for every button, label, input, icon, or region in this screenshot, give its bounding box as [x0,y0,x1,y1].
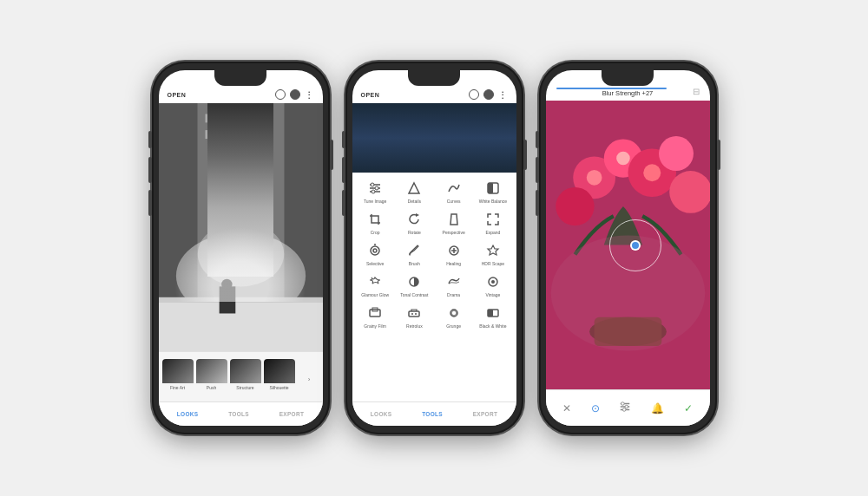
svg-rect-4 [214,103,267,276]
perspective-icon [445,211,463,228]
tool-curves[interactable]: Curves [438,179,470,204]
tonal-contrast-label: Tonal Contrast [400,292,428,297]
expand-icon [484,211,502,228]
nav-export-1[interactable]: EXPORT [279,411,305,417]
tool-expand[interactable]: Expand [477,211,509,235]
filter-fine-art[interactable]: Fine Art [162,359,194,395]
settings-icon-1[interactable] [290,89,300,100]
svg-marker-36 [488,245,498,255]
nav-tools-1[interactable]: TOOLS [228,411,249,417]
phone-1-screen: OPEN ⋮ [159,70,323,426]
mute-button [148,190,152,216]
glamour-glow-icon [366,273,384,290]
tool-black-white[interactable]: Black & White [477,304,509,329]
volume-down-button [148,157,152,183]
hdr-scape-icon [484,242,502,259]
svg-rect-13 [227,114,233,122]
svg-rect-2 [284,103,323,319]
tool-retrolux[interactable]: Retrolux [398,304,430,329]
notch-3 [602,70,654,86]
brush-icon [405,242,423,259]
nav-tools-2[interactable]: TOOLS [422,411,443,417]
nav-looks-1[interactable]: LOOKS [177,411,199,417]
share-icon-2[interactable] [469,89,479,100]
svg-marker-29 [450,214,457,225]
adjust-icon[interactable] [619,401,631,415]
tool-grunge[interactable]: Grunge [438,304,470,329]
details-icon [405,179,423,197]
grunge-label: Grunge [446,323,461,329]
expand-label: Expand [485,230,500,235]
phone-3-screen: Blur Strength +27 ⊟ [546,70,710,426]
split-view-icon[interactable]: ⊟ [693,87,700,96]
nav-looks-2[interactable]: LOOKS [371,411,392,417]
filter-structure[interactable]: Structure [230,359,261,395]
grainy-film-icon [366,304,384,322]
svg-point-24 [372,190,375,193]
mute-button-3 [536,190,539,216]
vintage-icon [484,273,502,290]
radial-filter-icon[interactable]: ⊙ [591,402,600,414]
tool-healing[interactable]: Healing [438,242,470,266]
svg-point-52 [659,136,694,171]
tool-tune-image[interactable]: Tune Image [359,179,391,204]
tool-rotate[interactable]: Rotate [398,211,430,235]
tool-vintage[interactable]: Vintage [477,273,509,297]
drama-label: Drama [447,292,460,297]
phone-3: Blur Strength +27 ⊟ [539,62,717,434]
tool-selective[interactable]: Selective [359,242,391,266]
filter-more-btn[interactable]: › [308,369,311,385]
confirm-action-icon[interactable]: ✓ [684,402,693,414]
power-button-3 [717,140,720,170]
tool-tonal-contrast[interactable]: Tonal Contrast [398,273,430,297]
tool-perspective[interactable]: Perspective [438,211,470,235]
tool-details[interactable]: Details [398,179,430,204]
svg-rect-12 [215,114,221,122]
black-white-icon [484,304,502,322]
open-button-1[interactable]: OPEN [168,92,187,98]
tonal-contrast-icon [405,273,423,290]
tools-grid: Tune Image Details Curves [352,173,516,401]
svg-point-44 [415,313,417,315]
tools-row-1: Tune Image Details Curves [356,179,513,204]
svg-marker-28 [416,213,419,217]
share-icon-1[interactable] [275,89,286,100]
tool-white-balance[interactable]: White Balance [477,179,509,204]
tool-crop[interactable]: Crop [359,211,391,235]
filter-silhouette[interactable]: Silhouette [264,359,295,395]
svg-rect-17 [227,130,233,139]
selector-dot[interactable] [632,242,639,249]
more-icon-2[interactable]: ⋮ [498,90,508,100]
phone-2: OPEN ⋮ Tune Image [345,62,523,434]
svg-point-54 [669,171,710,213]
svg-rect-1 [159,103,198,319]
nav-export-2[interactable]: EXPORT [473,411,498,417]
svg-point-56 [616,152,630,166]
tool-drama[interactable]: Drama [438,273,470,297]
phone-1-bottom-nav: LOOKS TOOLS EXPORT [159,401,323,426]
filter-push[interactable]: Push [196,359,227,395]
svg-point-22 [371,183,374,186]
mask-icon[interactable]: 🔔 [651,402,664,414]
settings-icon-2[interactable] [483,89,494,100]
svg-rect-9 [219,286,235,313]
open-button-2[interactable]: OPEN [361,92,380,98]
tool-brush[interactable]: Brush [398,242,430,266]
volume-up-button [148,131,152,148]
tools-row-3: Selective Brush Healing [356,242,513,266]
svg-point-66 [623,408,627,412]
power-button-2 [523,140,527,170]
rotate-icon [405,211,423,228]
tool-glamour-glow[interactable]: Glamour Glow [359,273,391,297]
phone-1-main-image [159,103,323,351]
tool-hdr-scape[interactable]: HDR Scape [477,242,509,266]
perspective-label: Perspective [443,230,465,235]
more-icon-1[interactable]: ⋮ [305,90,314,100]
svg-point-53 [556,187,594,225]
svg-point-64 [621,402,625,406]
crop-label: Crop [371,230,380,235]
cancel-action-icon[interactable]: ✕ [562,402,571,414]
details-label: Details [408,199,421,204]
phone-2-mini-image [352,103,516,173]
tool-grainy-film[interactable]: Grainy Film [359,304,391,329]
